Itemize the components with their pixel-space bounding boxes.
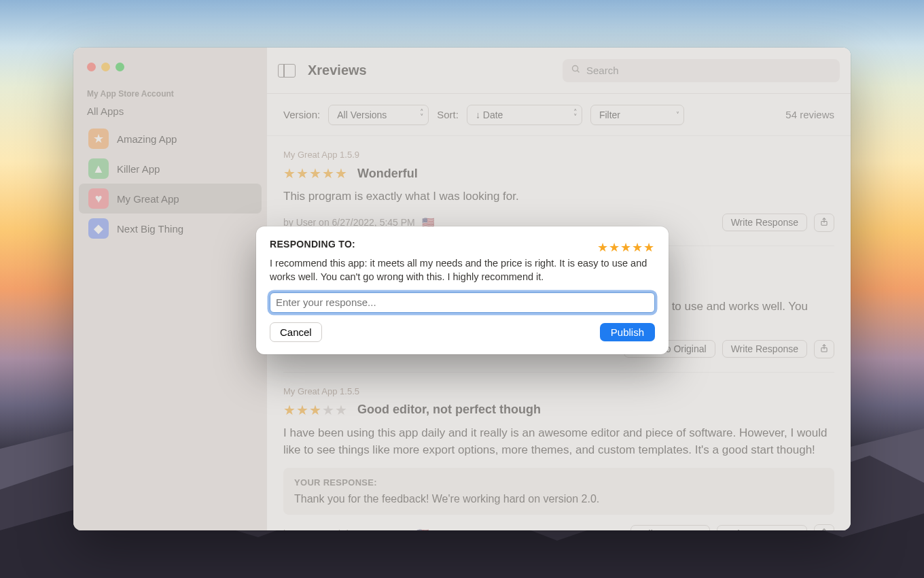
publish-button[interactable]: Publish (600, 323, 655, 341)
modal-rating-stars: ★★★★★ (597, 240, 655, 255)
modal-review-body: I recommend this app: it meets all my ne… (270, 256, 655, 284)
desktop-background: My App Store Account All Apps ★ Amazing … (0, 0, 924, 578)
response-input[interactable] (270, 292, 655, 313)
modal-heading: RESPONDING TO: (270, 239, 355, 250)
respond-modal: RESPONDING TO: ★★★★★ I recommend this ap… (256, 226, 669, 354)
cancel-button[interactable]: Cancel (270, 322, 322, 342)
